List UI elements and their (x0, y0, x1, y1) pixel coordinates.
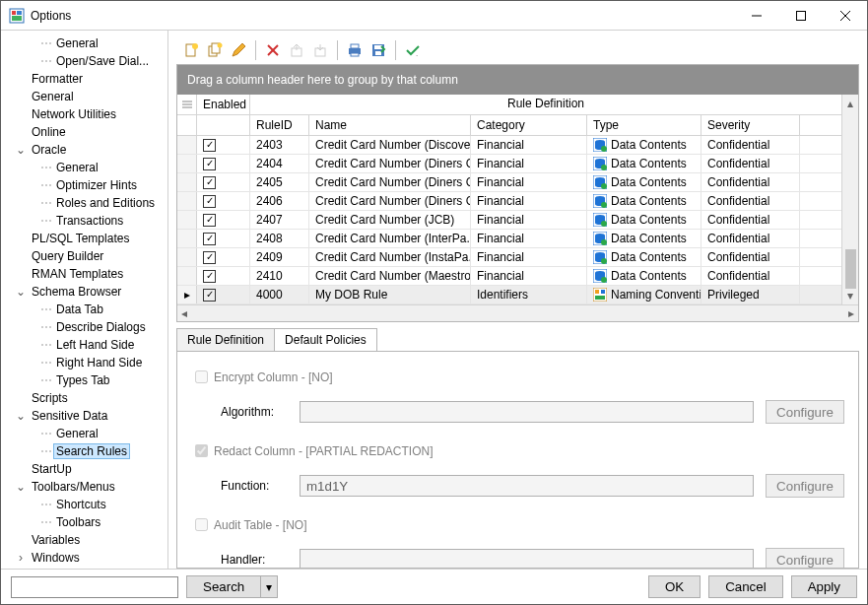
search-input[interactable] (11, 576, 178, 598)
table-row[interactable]: ✓2409Credit Card Number (InstaPa...Finan… (177, 248, 841, 267)
tree-item[interactable]: Online (1, 123, 167, 141)
tree-item[interactable]: ⋯Optimizer Hints (1, 176, 167, 194)
cancel-button[interactable]: Cancel (708, 575, 783, 598)
grid-vertical-scrollbar[interactable]: ▴ ▾ (841, 95, 858, 304)
checkbox-icon[interactable]: ✓ (203, 195, 216, 208)
tree-item[interactable]: ⌄Oracle (1, 141, 167, 159)
checkbox-icon[interactable]: ✓ (203, 233, 216, 245)
search-button[interactable]: Search (186, 575, 260, 598)
cell-enabled[interactable]: ✓ (197, 286, 250, 303)
column-header-enabled[interactable]: Enabled (197, 95, 250, 114)
apply-icon[interactable]: . (402, 39, 424, 61)
tree-item[interactable]: Scripts (1, 389, 167, 407)
checkbox-icon[interactable]: ✓ (203, 176, 216, 189)
cell-enabled[interactable]: ✓ (197, 230, 250, 247)
table-row[interactable]: ✓2407Credit Card Number (JCB)FinancialDa… (177, 211, 841, 230)
copy-icon[interactable] (204, 39, 226, 61)
edit-icon[interactable] (228, 39, 249, 61)
tree-item[interactable]: General (1, 88, 167, 105)
cell-enabled[interactable]: ✓ (197, 173, 250, 191)
tree-twisty-icon[interactable]: › (15, 551, 27, 565)
grid-body[interactable]: ✓2403Credit Card Number (Discover)Financ… (177, 136, 841, 304)
encrypt-column-checkbox[interactable]: Encrypt Column - [NO] (191, 368, 333, 386)
export-icon[interactable] (286, 39, 307, 61)
redact-column-checkbox[interactable]: Redact Column - [PARTIAL REDACTION] (191, 441, 434, 460)
import-icon[interactable] (309, 39, 331, 61)
handler-configure-button[interactable]: Configure (766, 548, 844, 569)
grid-horizontal-scrollbar[interactable]: ◂▸ (177, 304, 858, 321)
tree-twisty-icon[interactable]: ⌄ (15, 409, 27, 423)
column-header-ruleid[interactable]: RuleID (250, 115, 309, 135)
group-by-hint[interactable]: Drag a column header here to group by th… (177, 65, 858, 95)
row-indicator-header[interactable] (177, 95, 197, 114)
print-icon[interactable] (344, 39, 366, 61)
tree-item[interactable]: StartUp (1, 460, 167, 478)
tree-item[interactable]: ⋯Open/Save Dial... (1, 52, 167, 70)
tree-item[interactable]: ⋯General (1, 425, 167, 442)
function-configure-button[interactable]: Configure (766, 474, 844, 498)
tree-item[interactable]: ⋯Left Hand Side (1, 336, 167, 354)
checkbox-icon[interactable]: ✓ (203, 251, 216, 264)
tree-item[interactable]: ⋯General (1, 34, 167, 52)
tree-item[interactable]: ⋯Right Hand Side (1, 354, 167, 371)
tree-item[interactable]: ⌄Sensitive Data (1, 407, 167, 425)
tree-item[interactable]: Query Builder (1, 247, 167, 265)
save-icon[interactable] (367, 39, 389, 61)
table-row[interactable]: ✓2405Credit Card Number (Diners C...Fina… (177, 173, 841, 192)
cell-enabled[interactable]: ✓ (197, 267, 250, 285)
checkbox-icon[interactable]: ✓ (203, 214, 216, 227)
checkbox-icon[interactable]: ✓ (203, 139, 216, 152)
tree-twisty-icon[interactable]: ⌄ (15, 480, 27, 494)
cell-enabled[interactable]: ✓ (197, 211, 250, 229)
algorithm-configure-button[interactable]: Configure (766, 400, 844, 424)
table-row[interactable]: ✓2408Credit Card Number (InterPa...Finan… (177, 230, 841, 248)
table-row[interactable]: ✓2406Credit Card Number (Diners C...Fina… (177, 192, 841, 211)
tree-item[interactable]: ⋯Describe Dialogs (1, 318, 167, 336)
maximize-button[interactable] (778, 1, 823, 30)
tree-item[interactable]: Formatter (1, 70, 167, 88)
checkbox-icon[interactable]: ✓ (203, 158, 216, 170)
table-row[interactable]: ✓2403Credit Card Number (Discover)Financ… (177, 136, 841, 155)
tree-item[interactable]: ⋯Data Tab (1, 301, 167, 318)
audit-table-checkbox[interactable]: Audit Table - [NO] (191, 515, 307, 534)
tree-twisty-icon[interactable]: ⌄ (15, 143, 27, 157)
delete-icon[interactable] (262, 39, 284, 61)
tree-item[interactable]: ⋯Types Tab (1, 371, 167, 389)
cell-enabled[interactable]: ✓ (197, 136, 250, 154)
tree-item[interactable]: ⋯General (1, 159, 167, 176)
checkbox-icon[interactable]: ✓ (203, 270, 216, 283)
tree-item[interactable]: ⌄Schema Browser (1, 283, 167, 301)
tree-item[interactable]: ⋯Toolbars (1, 513, 167, 531)
tree-item[interactable]: ⌄Toolbars/Menus (1, 478, 167, 496)
minimize-button[interactable] (734, 1, 778, 30)
checkbox-icon[interactable]: ✓ (203, 289, 216, 302)
tree-item[interactable]: ⋯Roles and Editions (1, 194, 167, 212)
tree-twisty-icon[interactable]: ⌄ (15, 285, 27, 299)
ok-button[interactable]: OK (648, 575, 701, 598)
tree-item[interactable]: Variables (1, 531, 167, 549)
column-header-type[interactable]: Type (587, 115, 701, 135)
tree-item[interactable]: ⋯Transactions (1, 212, 167, 230)
column-header-severity[interactable]: Severity (701, 115, 800, 135)
cell-enabled[interactable]: ✓ (197, 192, 250, 210)
tab-rule-definition[interactable]: Rule Definition (176, 328, 275, 351)
column-header-name[interactable]: Name (309, 115, 471, 135)
table-row[interactable]: ✓2404Credit Card Number (Diners C...Fina… (177, 155, 841, 173)
table-row[interactable]: ▸✓4000My DOB RuleIdentifiersNaming Conve… (177, 286, 841, 304)
tree-item[interactable]: ⋯Shortcuts (1, 496, 167, 513)
tree-item[interactable]: ›Windows (1, 549, 167, 567)
tab-default-policies[interactable]: Default Policies (274, 328, 377, 351)
cell-enabled[interactable]: ✓ (197, 155, 250, 172)
cell-enabled[interactable]: ✓ (197, 248, 250, 266)
new-icon[interactable] (180, 39, 202, 61)
tree-item[interactable]: RMAN Templates (1, 265, 167, 283)
apply-button[interactable]: Apply (791, 575, 857, 598)
table-row[interactable]: ✓2410Credit Card Number (Maestro...Finan… (177, 267, 841, 286)
nav-tree[interactable]: ⋯General⋯Open/Save Dial...FormatterGener… (1, 31, 168, 569)
tree-item[interactable]: Network Utilities (1, 105, 167, 123)
search-dropdown[interactable]: ▾ (260, 575, 278, 598)
tree-item[interactable]: PL/SQL Templates (1, 230, 167, 247)
tree-item[interactable]: ⋯Search Rules (1, 442, 167, 460)
close-button[interactable] (823, 1, 867, 30)
column-header-category[interactable]: Category (471, 115, 587, 135)
